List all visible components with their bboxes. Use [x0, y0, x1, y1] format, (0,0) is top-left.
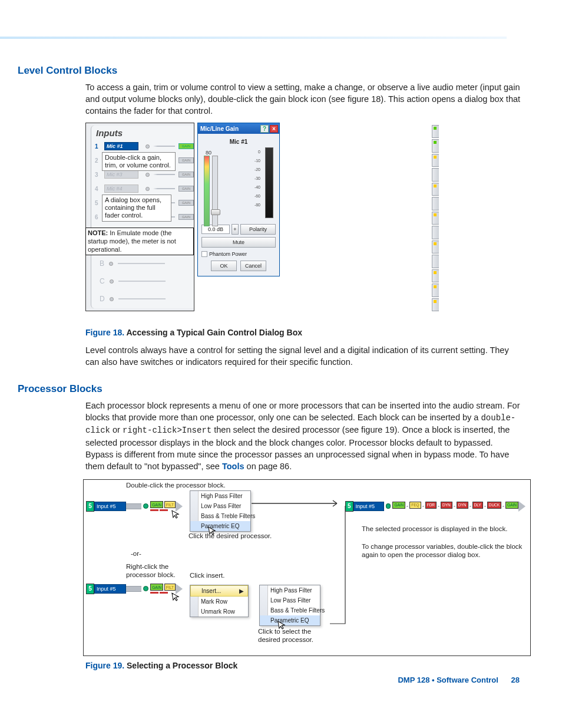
input-row[interactable]: 4Mic #4GAIN: [91, 182, 194, 196]
fader-slider[interactable]: [212, 156, 218, 226]
processor-block[interactable]: FDR: [425, 502, 437, 509]
spin-button[interactable]: +: [232, 224, 239, 235]
pb-text-b: or: [110, 425, 123, 434]
context-menu-item[interactable]: Unmark Row: [190, 607, 248, 617]
filter-menu-top[interactable]: High Pass FilterLow Pass FilterBass & Tr…: [190, 490, 251, 532]
tools-link[interactable]: Tools: [222, 462, 244, 471]
menu-item[interactable]: High Pass Filter: [190, 491, 250, 501]
callout-doubleclick: Double-click a gain, trim, or volume con…: [102, 152, 176, 171]
dialog-subtitle: Mic #1: [201, 139, 276, 145]
processor-block[interactable]: DYN: [457, 502, 468, 509]
channel-num-2: 5: [86, 584, 94, 594]
note-label: NOTE:: [88, 229, 108, 236]
scale-ticks: 0-10-20-30-40-60-80: [222, 147, 262, 222]
help-button[interactable]: ?: [260, 125, 269, 133]
channel-strip-top-left: 5 Input #5 GAINFILT: [86, 501, 183, 512]
filter-block-2[interactable]: FILT: [164, 584, 176, 591]
lbl-double-click: Double-click the processor block.: [126, 481, 226, 489]
page-footer: DMP 128 • Software Control 28: [398, 676, 520, 684]
letter-c: C: [100, 277, 105, 285]
processor-block[interactable]: GAIN: [505, 502, 518, 509]
virtual-return-c: C: [100, 277, 166, 285]
lbl-or: -or-: [131, 549, 141, 558]
lbl-click-insert: Click insert.: [190, 571, 224, 579]
paragraph-lcb-intro: To access a gain, trim or volume control…: [85, 81, 521, 117]
document-page: Level Control Blocks To access a gain, t…: [0, 0, 562, 701]
gain-dialog: Mic/Line Gain ? × Mic #1 80: [197, 123, 280, 276]
pb-mono2: right-click>Insert: [123, 426, 211, 435]
letter-b: B: [100, 259, 104, 268]
menu-item[interactable]: Bass & Treble Filters: [260, 605, 320, 615]
callout-dialog-opens: A dialog box opens, containing the full …: [102, 195, 171, 222]
footer-page: 28: [511, 676, 520, 684]
processor-block[interactable]: GAIN: [392, 502, 405, 509]
processor-block[interactable]: DYN: [441, 502, 452, 509]
letter-d: D: [100, 295, 105, 303]
mute-button[interactable]: Mute: [201, 237, 276, 248]
cursor-icon-4: [277, 620, 287, 630]
heading-processor-blocks: Processor Blocks: [18, 383, 521, 395]
menu-item[interactable]: High Pass Filter: [260, 585, 320, 595]
context-menu[interactable]: Insert...▶Mark RowUnmark Row: [190, 585, 249, 617]
menu-item[interactable]: Low Pass Filter: [190, 501, 250, 511]
fig19-txt: Selecting a Processor Block: [124, 661, 237, 670]
fig19-num: Figure 19.: [85, 661, 124, 670]
dialog-title-text: Mic/Line Gain: [200, 126, 239, 132]
lbl-click-desired: Click the desired processor.: [189, 532, 272, 540]
filter-block[interactable]: FILT: [164, 501, 176, 508]
fader-knob[interactable]: [211, 209, 220, 215]
input-row[interactable]: 1Mic #1GAIN: [91, 139, 194, 153]
lbl-click-select: Click to select the desired processor.: [258, 627, 329, 644]
ok-button[interactable]: OK: [211, 261, 237, 271]
menu-item[interactable]: Parametric EQ: [190, 521, 250, 531]
gain-block-2[interactable]: GAIN: [150, 584, 163, 591]
channel-label[interactable]: Input #5: [94, 502, 126, 511]
phantom-checkbox[interactable]: [201, 251, 207, 257]
menu-item[interactable]: Low Pass Filter: [260, 595, 320, 605]
channel-strip-bottom-left: 5 Input #5 GAINFILT: [86, 584, 183, 594]
channel-num: 5: [86, 501, 94, 512]
cancel-button[interactable]: Cancel: [240, 261, 266, 271]
lbl-selected-disp: The selected processor is displayed in t…: [362, 525, 520, 533]
gain-knob-r[interactable]: [386, 503, 391, 509]
figure-19: Double-click the processor block. 5 Inpu…: [83, 479, 531, 656]
main-content: Level Control Blocks To access a gain, t…: [85, 65, 521, 670]
gain-knob[interactable]: [143, 503, 148, 509]
channel-label-r[interactable]: Input #5: [353, 502, 384, 511]
gain-block[interactable]: GAIN: [150, 501, 163, 508]
dialog-titlebar[interactable]: Mic/Line Gain ? ×: [198, 123, 279, 134]
pb-text-a: Each processor block represents a menu o…: [85, 401, 520, 422]
large-meter: [265, 147, 273, 218]
context-menu-item[interactable]: Insert...▶: [190, 585, 248, 597]
gain-knob-2[interactable]: [143, 586, 148, 591]
processor-block[interactable]: DLY: [472, 502, 483, 509]
channel-strip-right: 5 Input #5 GAINFEQFDRDYNDYNDLYDUCKGAIN: [345, 501, 525, 512]
heading-level-control-blocks: Level Control Blocks: [18, 65, 521, 77]
close-button[interactable]: ×: [270, 125, 278, 133]
cursor-icon-1: [171, 509, 181, 519]
paragraph-after-fig18: Level controls always have a control for…: [85, 344, 521, 368]
paragraph-processor-blocks: Each processor block represents a menu o…: [85, 400, 521, 472]
arrow-back: [330, 506, 348, 630]
fig18-num: Figure 18.: [85, 328, 124, 337]
lbl-change-vars: To change processor variables, double-cl…: [362, 542, 525, 559]
pb-text-d: on page 86.: [244, 462, 292, 471]
inputs-header: Inputs: [91, 126, 194, 139]
fig18-txt: Accessing a Typical Gain Control Dialog …: [124, 328, 302, 337]
menu-item[interactable]: Parametric EQ: [260, 615, 320, 625]
menu-item[interactable]: Bass & Treble Filters: [190, 511, 250, 521]
level-meter: [204, 156, 210, 226]
processor-block[interactable]: FEQ: [409, 502, 421, 509]
vertical-strips: [432, 125, 439, 311]
note-box: NOTE: In Emulate mode (the startup mode)…: [85, 228, 194, 255]
cursor-icon-2: [208, 525, 218, 536]
filter-submenu[interactable]: High Pass FilterLow Pass FilterBass & Tr…: [259, 585, 320, 626]
processor-block[interactable]: DUCK: [487, 502, 501, 509]
arrow-right: [252, 499, 343, 508]
cursor-icon-3: [171, 591, 181, 602]
context-menu-item[interactable]: Mark Row: [190, 597, 248, 607]
polarity-button[interactable]: Polarity: [240, 224, 276, 235]
figure-19-caption: Figure 19. Selecting a Processor Block: [85, 661, 521, 670]
figure-18-caption: Figure 18. Accessing a Typical Gain Cont…: [85, 328, 521, 337]
channel-label-2[interactable]: Input #5: [94, 584, 126, 594]
